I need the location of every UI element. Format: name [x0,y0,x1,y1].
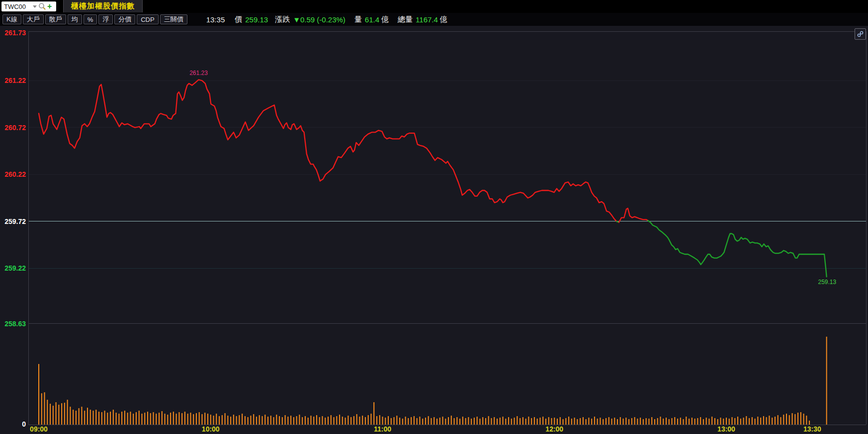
dropdown-caret-icon[interactable] [33,5,37,8]
intraday-chart[interactable]: 261.73261.22260.72260.22259.72259.22258.… [0,26,868,434]
link-icon [857,31,864,37]
y-axis-label: 261.22 [4,76,26,84]
symbol-search-box[interactable]: + [1,1,56,11]
tab-label: 櫃檯加權股價指數 [71,1,135,11]
chart-area: 261.73261.22260.72260.22259.72259.22258.… [0,26,868,434]
x-axis-label: 13:00 [717,425,735,433]
button-retail[interactable]: 散戶 [45,14,66,24]
y-axis-label: 260.72 [4,124,26,132]
button-percent[interactable]: % [84,14,97,24]
high-price-annotation: 261.23 [189,70,208,76]
price-label: 價 [235,15,242,24]
search-icon[interactable] [38,2,46,10]
top-bar: + 櫃檯加權股價指數 [0,0,868,13]
total-volume-unit: 億 [440,15,447,24]
x-axis-label: 11:00 [374,425,391,433]
add-symbol-button[interactable]: + [47,2,52,10]
button-kline[interactable]: K線 [2,14,21,24]
x-axis-label: 10:00 [202,425,220,433]
y-axis-label: 259.22 [4,264,26,272]
button-float[interactable]: 浮 [98,14,113,24]
x-axis-label: 12:00 [545,425,563,433]
button-cdp[interactable]: CDP [137,14,158,24]
y-axis-label: 258.63 [4,320,26,328]
interval-volume: 61.4 [365,15,379,24]
price-line-segment [39,80,616,221]
price-line-segment [619,208,648,222]
chart-toolbar: K線 大戶 散戶 均 % 浮 分價 CDP 三關價 13:35 價 259.13… [0,13,868,26]
button-price-dist[interactable]: 分價 [114,14,135,24]
y-axis-label: 261.73 [4,29,26,37]
volume-label: 量 [354,15,362,24]
volume-bars [38,337,827,425]
button-bigtrader[interactable]: 大戶 [23,14,44,24]
button-average[interactable]: 均 [68,14,82,24]
total-volume-label: 總量 [398,15,413,24]
change-label: 漲跌 [275,15,290,24]
quote-status-bar: 13:35 價 259.13 漲跌 ▼0.59 (-0.23%) 量 61.4 … [206,15,447,24]
button-three-gates[interactable]: 三關價 [160,14,187,24]
tab-otc-weighted-index[interactable]: 櫃檯加權股價指數 [63,0,143,12]
last-price: 259.13 [245,15,268,24]
volume-unit: 億 [381,15,389,24]
y-axis-label: 259.72 [4,217,26,225]
symbol-input[interactable] [4,3,32,10]
total-volume: 1167.4 [416,15,438,24]
y-axis-label: 260.22 [4,170,26,178]
link-button[interactable] [855,28,866,40]
last-price-annotation: 259.13 [818,279,836,286]
x-axis-label: 13:30 [803,425,821,433]
quote-time: 13:35 [206,15,225,24]
price-change: ▼0.59 (-0.23%) [293,15,346,24]
y-axis-zero-label: 0 [22,420,26,428]
x-axis-label: 09:00 [30,425,48,433]
